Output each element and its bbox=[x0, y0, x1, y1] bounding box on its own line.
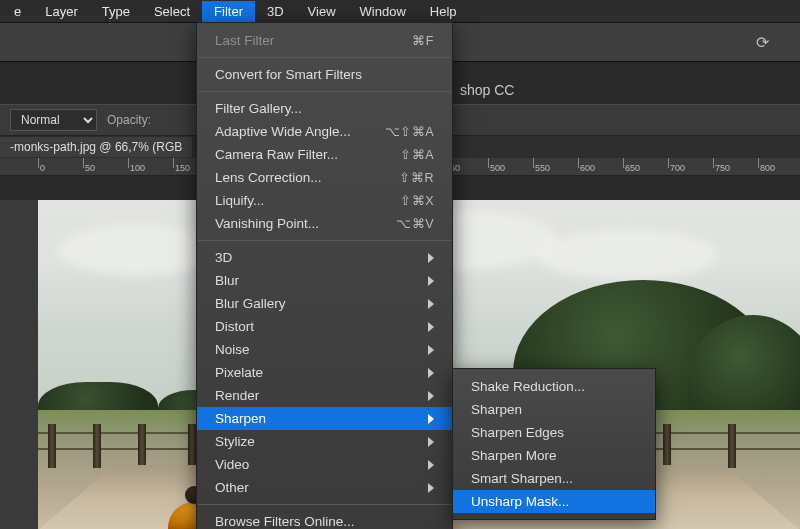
ruler-tick-label: 600 bbox=[580, 163, 595, 173]
menu-separator bbox=[198, 57, 451, 58]
menu-item-vanishing-point[interactable]: Vanishing Point...⌥⌘V bbox=[197, 212, 452, 235]
menu-item-camera-raw-filter[interactable]: Camera Raw Filter...⇧⌘A bbox=[197, 143, 452, 166]
menu-item-shortcut: ⌥⇧⌘A bbox=[385, 124, 434, 139]
menubar-item-layer[interactable]: Layer bbox=[33, 1, 90, 22]
menu-item-convert-smart-filters[interactable]: Convert for Smart Filters bbox=[197, 63, 452, 86]
menubar-item-view[interactable]: View bbox=[296, 1, 348, 22]
submenu-arrow-icon bbox=[428, 276, 434, 286]
menu-item-other[interactable]: Other bbox=[197, 476, 452, 499]
menu-item-sharpen[interactable]: Sharpen bbox=[197, 407, 452, 430]
menubar-item-type[interactable]: Type bbox=[90, 1, 142, 22]
menubar-item-filter[interactable]: Filter bbox=[202, 1, 255, 22]
canvas-gray-margin bbox=[0, 200, 38, 529]
menu-item-label: 3D bbox=[215, 250, 232, 265]
submenu-arrow-icon bbox=[428, 253, 434, 263]
menu-separator bbox=[198, 504, 451, 505]
submenu-arrow-icon bbox=[428, 414, 434, 424]
submenu-arrow-icon bbox=[428, 345, 434, 355]
menubar-item-e[interactable]: e bbox=[2, 1, 33, 22]
ruler-tick-label: 100 bbox=[130, 163, 145, 173]
submenu-arrow-icon bbox=[428, 322, 434, 332]
menu-item-label: Stylize bbox=[215, 434, 255, 449]
submenu-item-smart-sharpen[interactable]: Smart Sharpen... bbox=[453, 467, 655, 490]
menu-item-label: Render bbox=[215, 388, 259, 403]
menu-item-browse-filters-online[interactable]: Browse Filters Online... bbox=[197, 510, 452, 529]
menu-item-label: Sharpen More bbox=[471, 448, 557, 463]
menu-item-label: Blur Gallery bbox=[215, 296, 286, 311]
menu-item-label: Sharpen bbox=[215, 411, 266, 426]
menu-item-stylize[interactable]: Stylize bbox=[197, 430, 452, 453]
submenu-arrow-icon bbox=[428, 368, 434, 378]
submenu-arrow-icon bbox=[428, 483, 434, 493]
submenu-item-sharpen-more[interactable]: Sharpen More bbox=[453, 444, 655, 467]
menubar-item-window[interactable]: Window bbox=[348, 1, 418, 22]
menu-item-distort[interactable]: Distort bbox=[197, 315, 452, 338]
menu-separator bbox=[198, 240, 451, 241]
menu-item-label: Adaptive Wide Angle... bbox=[215, 124, 351, 139]
document-tab[interactable]: -monks-path.jpg @ 66,7% (RGB bbox=[0, 137, 192, 157]
submenu-arrow-icon bbox=[428, 460, 434, 470]
refresh-icon[interactable]: ⟳ bbox=[756, 33, 774, 51]
menu-item-label: Unsharp Mask... bbox=[471, 494, 569, 509]
menu-separator bbox=[198, 91, 451, 92]
menu-item-adaptive-wide-angle[interactable]: Adaptive Wide Angle...⌥⇧⌘A bbox=[197, 120, 452, 143]
menu-item-label: Shake Reduction... bbox=[471, 379, 585, 394]
ruler-tick-label: 700 bbox=[670, 163, 685, 173]
menu-item-label: Pixelate bbox=[215, 365, 263, 380]
menu-item-label: Lens Correction... bbox=[215, 170, 322, 185]
menu-item-label: Camera Raw Filter... bbox=[215, 147, 338, 162]
menubar-item-3d[interactable]: 3D bbox=[255, 1, 296, 22]
menu-item-shortcut: ⇧⌘A bbox=[400, 147, 434, 162]
sharpen-submenu: Shake Reduction...SharpenSharpen EdgesSh… bbox=[452, 368, 656, 520]
menu-item-blur-gallery[interactable]: Blur Gallery bbox=[197, 292, 452, 315]
opacity-label: Opacity: bbox=[107, 113, 151, 127]
menu-item-label: Filter Gallery... bbox=[215, 101, 302, 116]
submenu-item-unsharp-mask[interactable]: Unsharp Mask... bbox=[453, 490, 655, 513]
menubar-item-select[interactable]: Select bbox=[142, 1, 202, 22]
menu-item-label: Other bbox=[215, 480, 249, 495]
menu-item-shortcut: ⌥⌘V bbox=[396, 216, 434, 231]
menu-item-label: Noise bbox=[215, 342, 250, 357]
ruler-tick-label: 550 bbox=[535, 163, 550, 173]
ruler-tick-label: 0 bbox=[40, 163, 45, 173]
submenu-item-sharpen[interactable]: Sharpen bbox=[453, 398, 655, 421]
submenu-arrow-icon bbox=[428, 299, 434, 309]
ruler-tick-label: 500 bbox=[490, 163, 505, 173]
menu-item-label: Last Filter bbox=[215, 33, 274, 48]
menu-item-label: Distort bbox=[215, 319, 254, 334]
submenu-arrow-icon bbox=[428, 437, 434, 447]
menu-item-pixelate[interactable]: Pixelate bbox=[197, 361, 452, 384]
app-name-partial: shop CC bbox=[460, 82, 514, 98]
submenu-arrow-icon bbox=[428, 391, 434, 401]
submenu-item-shake-reduction[interactable]: Shake Reduction... bbox=[453, 375, 655, 398]
menu-item-video[interactable]: Video bbox=[197, 453, 452, 476]
menu-item-label: Browse Filters Online... bbox=[215, 514, 355, 529]
menu-item-d[interactable]: 3D bbox=[197, 246, 452, 269]
menu-item-shortcut: ⌘F bbox=[412, 33, 434, 48]
menu-item-shortcut: ⇧⌘X bbox=[400, 193, 434, 208]
menu-item-render[interactable]: Render bbox=[197, 384, 452, 407]
menu-item-liquify[interactable]: Liquify...⇧⌘X bbox=[197, 189, 452, 212]
ruler-tick-label: 50 bbox=[85, 163, 95, 173]
menubar-item-help[interactable]: Help bbox=[418, 1, 469, 22]
menu-item-shortcut: ⇧⌘R bbox=[399, 170, 434, 185]
menu-item-noise[interactable]: Noise bbox=[197, 338, 452, 361]
submenu-item-sharpen-edges[interactable]: Sharpen Edges bbox=[453, 421, 655, 444]
blend-mode-select[interactable]: Normal bbox=[10, 109, 97, 131]
menu-item-lens-correction[interactable]: Lens Correction...⇧⌘R bbox=[197, 166, 452, 189]
menu-item-label: Video bbox=[215, 457, 249, 472]
menu-item-label: Vanishing Point... bbox=[215, 216, 319, 231]
filter-menu: Last Filter ⌘F Convert for Smart Filters… bbox=[196, 22, 453, 529]
ruler-tick-label: 150 bbox=[175, 163, 190, 173]
menu-item-label: Blur bbox=[215, 273, 239, 288]
ruler-tick-label: 800 bbox=[760, 163, 775, 173]
menubar: eLayerTypeSelectFilter3DViewWindowHelp bbox=[0, 0, 800, 22]
ruler-tick-label: 650 bbox=[625, 163, 640, 173]
menu-item-last-filter[interactable]: Last Filter ⌘F bbox=[197, 29, 452, 52]
menu-item-filter-gallery[interactable]: Filter Gallery... bbox=[197, 97, 452, 120]
menu-item-label: Convert for Smart Filters bbox=[215, 67, 362, 82]
menu-item-label: Sharpen Edges bbox=[471, 425, 564, 440]
menu-item-blur[interactable]: Blur bbox=[197, 269, 452, 292]
menu-item-label: Smart Sharpen... bbox=[471, 471, 573, 486]
ruler-tick-label: 750 bbox=[715, 163, 730, 173]
